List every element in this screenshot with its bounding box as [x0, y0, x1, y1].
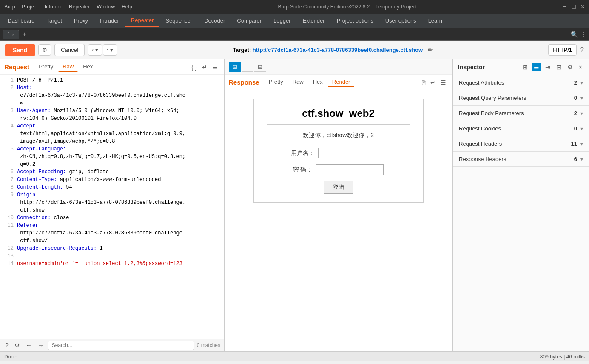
- repeater-tab-bar: 1 × + 🔍 ⋮: [0, 28, 589, 41]
- inspector-list-icon[interactable]: ☰: [532, 63, 541, 71]
- inspector-body-params[interactable]: Request Body Parameters 2 ▾: [453, 106, 589, 121]
- username-row: 用户名：: [267, 148, 410, 158]
- view-btn-table[interactable]: ⊞: [229, 62, 241, 72]
- pencil-icon[interactable]: ✏: [428, 47, 433, 53]
- response-tabs: Pretty Raw Hex Render: [265, 77, 418, 87]
- response-tab-pretty[interactable]: Pretty: [265, 77, 287, 87]
- inspector-panel: Inspector ⊞ ☰ ⇥ ⊟ ⚙ × Request Attributes…: [453, 59, 589, 351]
- request-panel: Request Pretty Raw Hex { } ↵ ☰ 1 POST / …: [0, 59, 225, 351]
- chevron-request-attributes: ▾: [580, 80, 583, 86]
- inspector-header: Inspector ⊞ ☰ ⇥ ⊟ ⚙ ×: [453, 59, 589, 75]
- tab-decoder[interactable]: Decoder: [198, 15, 231, 26]
- inspector-cookies[interactable]: Request Cookies 0 ▾: [453, 121, 589, 136]
- tab-user-options[interactable]: User options: [379, 15, 422, 26]
- tab-extender[interactable]: Extender: [297, 15, 331, 26]
- render-content: ctf.show_web2 欢迎你，ctfshow欢迎你，2 用户名： 密 码：…: [253, 99, 424, 203]
- inspector-request-headers[interactable]: Request Headers 11 ▾: [453, 136, 589, 152]
- tab-project-options[interactable]: Project options: [331, 15, 379, 26]
- response-panel-title: Response: [229, 79, 259, 86]
- menu-burp[interactable]: Burp: [4, 4, 15, 10]
- request-code-area[interactable]: 1 POST / HTTP/1.1 2 Host: c77dcf1a-673a-…: [0, 75, 224, 339]
- section-count-response-headers: 6: [574, 156, 577, 162]
- help-icon[interactable]: ?: [3, 341, 10, 350]
- inspector-split-icon[interactable]: ⊟: [555, 63, 563, 71]
- section-count-request-attributes: 2: [574, 79, 577, 86]
- request-format-icon[interactable]: { }: [190, 63, 199, 71]
- nav-arrows: ‹ ▾ › ▾: [88, 44, 117, 56]
- forward-icon[interactable]: →: [36, 341, 46, 350]
- request-menu-icon[interactable]: ☰: [211, 63, 219, 71]
- response-view-modes: ⊞ ≡ ⊟: [225, 59, 452, 75]
- response-copy-icon[interactable]: ⎘: [420, 78, 427, 87]
- repeater-tab-1[interactable]: 1 ×: [3, 30, 19, 39]
- maximize-button[interactable]: □: [572, 3, 576, 11]
- tab-proxy[interactable]: Proxy: [68, 15, 94, 26]
- inspector-close-icon[interactable]: ×: [577, 63, 584, 71]
- tab-search-icon[interactable]: 🔍: [568, 31, 580, 38]
- tab-learn[interactable]: Learn: [422, 15, 448, 26]
- minimize-button[interactable]: −: [563, 3, 566, 11]
- request-panel-title: Request: [4, 63, 29, 71]
- tab-comparer[interactable]: Comparer: [231, 15, 267, 26]
- request-tab-raw[interactable]: Raw: [58, 62, 78, 72]
- tab-intruder[interactable]: Intruder: [94, 15, 125, 26]
- response-panel: ⊞ ≡ ⊟ Response Pretty Raw Hex Render ⎘ ↵…: [225, 59, 453, 351]
- back-icon[interactable]: ←: [24, 341, 34, 350]
- close-button[interactable]: ×: [581, 3, 585, 11]
- request-tab-hex[interactable]: Hex: [79, 62, 97, 72]
- repeater-tab-close[interactable]: ×: [12, 32, 14, 37]
- prev-button[interactable]: ‹ ▾: [88, 44, 102, 56]
- request-tab-pretty[interactable]: Pretty: [34, 62, 57, 72]
- code-line-8: 8 Content-Length: 54: [0, 183, 224, 191]
- inspector-request-attributes[interactable]: Request Attributes 2 ▾: [453, 75, 589, 90]
- inspector-indent-icon[interactable]: ⇥: [543, 63, 552, 71]
- code-line-3: 3 User-Agent: Mozilla/5.0 (Windows NT 10…: [0, 107, 224, 122]
- next-button[interactable]: › ▾: [103, 44, 117, 56]
- response-render-area: ctf.show_web2 欢迎你，ctfshow欢迎你，2 用户名： 密 码：…: [225, 90, 452, 351]
- section-count-cookies: 0: [574, 125, 577, 132]
- menu-intruder[interactable]: Intruder: [45, 4, 62, 10]
- section-count-request-headers: 11: [571, 141, 577, 147]
- window-controls[interactable]: − □ ×: [563, 3, 585, 11]
- tab-target[interactable]: Target: [41, 15, 68, 26]
- password-label: 密 码：: [293, 166, 313, 174]
- view-btn-list[interactable]: ≡: [242, 62, 253, 72]
- username-input[interactable]: [318, 148, 386, 158]
- response-tab-raw[interactable]: Raw: [288, 77, 308, 87]
- menu-project[interactable]: Project: [22, 4, 37, 10]
- view-btn-columns[interactable]: ⊟: [254, 62, 266, 72]
- toolbar: Send ⚙ Cancel ‹ ▾ › ▾ Target: http://c77…: [0, 41, 589, 59]
- tab-sequencer[interactable]: Sequencer: [159, 15, 198, 26]
- add-tab-button[interactable]: +: [19, 31, 30, 38]
- help-button[interactable]: ?: [580, 46, 584, 54]
- chevron-cookies: ▾: [580, 126, 583, 132]
- inspector-grid-icon[interactable]: ⊞: [521, 63, 529, 71]
- menu-repeater[interactable]: Repeater: [69, 4, 90, 10]
- menu-help[interactable]: Help: [122, 4, 132, 10]
- tab-menu-icon[interactable]: ⋮: [580, 31, 586, 38]
- search-input[interactable]: [48, 341, 194, 350]
- password-input[interactable]: [316, 164, 384, 175]
- inspector-settings-icon[interactable]: ⚙: [566, 63, 575, 71]
- target-prefix: Target:: [233, 47, 253, 53]
- tab-logger[interactable]: Logger: [267, 15, 296, 26]
- settings-icon[interactable]: ⚙: [13, 341, 22, 350]
- inspector-response-headers[interactable]: Response Headers 6 ▾: [453, 152, 589, 167]
- http-version-selector[interactable]: HTTP/1: [548, 44, 577, 56]
- request-wrap-icon[interactable]: ↵: [200, 63, 209, 71]
- chevron-request-headers: ▾: [580, 141, 583, 147]
- inspector-query-params[interactable]: Request Query Parameters 0 ▾: [453, 90, 589, 106]
- tab-dashboard[interactable]: Dashboard: [2, 15, 41, 26]
- tab-repeater[interactable]: Repeater: [125, 14, 159, 27]
- send-button[interactable]: Send: [5, 44, 35, 56]
- cancel-button[interactable]: Cancel: [54, 44, 84, 56]
- submit-button[interactable]: 登陆: [324, 181, 353, 194]
- response-menu-icon[interactable]: ☰: [439, 78, 448, 87]
- response-tab-hex[interactable]: Hex: [309, 77, 327, 87]
- settings-button[interactable]: ⚙: [38, 44, 51, 56]
- response-tab-render[interactable]: Render: [328, 77, 355, 87]
- menu-window[interactable]: Window: [97, 4, 115, 10]
- menu-bar[interactable]: Burp Project Intruder Repeater Window He…: [4, 4, 132, 10]
- response-panel-actions: ⎘ ↵ ☰: [420, 78, 448, 87]
- response-wrap-icon[interactable]: ↵: [429, 78, 437, 87]
